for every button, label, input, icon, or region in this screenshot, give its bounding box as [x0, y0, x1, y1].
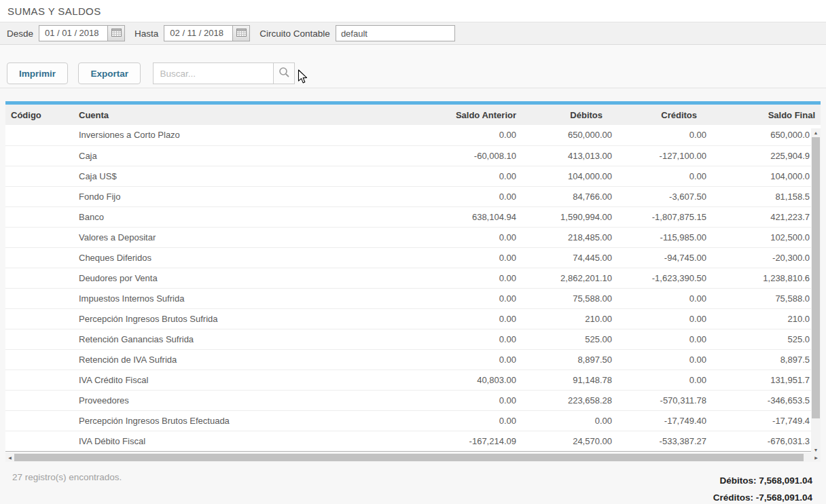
cell-cuenta: Retención Ganancias Sufrida — [73, 329, 408, 349]
desde-date-value[interactable]: 01 / 01 / 2018 — [39, 26, 107, 41]
imprimir-button[interactable]: Imprimir — [7, 62, 68, 84]
cell-codigo — [5, 431, 73, 451]
table-row[interactable]: Impuestos Internos Sufrida 0.00 75,588.0… — [5, 288, 821, 308]
cell-saldo-final: 102,500.0 — [713, 227, 821, 247]
desde-calendar-button[interactable] — [107, 26, 124, 41]
cell-saldo-anterior: 40,803.00 — [408, 370, 523, 390]
scroll-left-button[interactable]: ◀ — [5, 453, 14, 462]
column-header-saldo-final[interactable]: Saldo Final — [713, 105, 821, 125]
cell-codigo — [5, 329, 73, 349]
horizontal-scrollbar[interactable]: ◀ ▶ — [5, 453, 821, 462]
cell-codigo — [5, 125, 73, 145]
table-header: Código Cuenta Saldo Anterior Débitos Cré… — [5, 105, 821, 125]
cell-saldo-anterior: 0.00 — [408, 247, 523, 268]
table-row[interactable]: IVA Débito Fiscal -167,214.09 24,570.00 … — [5, 431, 821, 451]
search-group — [153, 62, 295, 84]
cell-saldo-final: 75,588.0 — [713, 288, 821, 308]
cell-saldo-final: 81,158.5 — [713, 186, 821, 206]
cell-debitos: 24,570.00 — [523, 431, 619, 451]
cell-creditos: -1,623,390.50 — [619, 268, 713, 288]
cell-creditos: -94,745.00 — [619, 247, 713, 268]
cell-saldo-anterior: 0.00 — [408, 390, 523, 410]
cell-cuenta: IVA Débito Fiscal — [73, 431, 408, 451]
column-header-debitos[interactable]: Débitos — [523, 105, 619, 125]
cell-codigo — [5, 166, 73, 186]
table-row[interactable]: Percepción Ingresos Brutos Efectuada 0.0… — [5, 410, 821, 431]
cell-saldo-anterior: 0.00 — [408, 349, 523, 370]
cell-creditos: 0.00 — [619, 288, 713, 308]
table-row[interactable]: Deudores por Venta 0.00 2,862,201.10 -1,… — [5, 268, 821, 288]
scroll-down-button[interactable]: ▼ — [811, 446, 821, 454]
cell-cuenta: Valores a Depositar — [73, 227, 408, 247]
table-row[interactable]: Fondo Fijo 0.00 84,766.00 -3,607.50 81,1… — [5, 186, 821, 206]
search-button[interactable] — [273, 62, 295, 84]
cell-saldo-final: -676,031.3 — [713, 431, 821, 451]
scroll-up-button[interactable]: ▲ — [811, 128, 821, 137]
cell-debitos: 1,590,994.00 — [523, 206, 619, 227]
cell-debitos: 223,658.28 — [523, 390, 619, 410]
circuito-contable-input[interactable] — [336, 25, 455, 41]
cell-creditos: -533,387.27 — [619, 431, 713, 451]
circuito-contable-label: Circuito Contable — [259, 29, 330, 39]
vertical-scrollbar[interactable]: ▲ ▼ — [811, 128, 821, 454]
cell-codigo — [5, 247, 73, 268]
cell-saldo-anterior: 0.00 — [408, 186, 523, 206]
exportar-button[interactable]: Exportar — [78, 62, 141, 84]
table-row[interactable]: IVA Crédito Fiscal 40,803.00 91,148.78 0… — [5, 370, 821, 390]
cell-creditos: -1,807,875.15 — [619, 206, 713, 227]
cell-codigo — [5, 227, 73, 247]
column-header-cuenta[interactable]: Cuenta — [73, 105, 408, 125]
column-header-saldo-anterior[interactable]: Saldo Anterior — [408, 105, 523, 125]
vertical-scrollbar-thumb[interactable] — [812, 137, 820, 418]
cell-saldo-final: 421,223.7 — [713, 206, 821, 227]
cell-creditos: -570,311.78 — [619, 390, 713, 410]
desde-label: Desde — [7, 29, 33, 39]
cell-creditos: 0.00 — [619, 370, 713, 390]
hasta-date-input[interactable]: 02 / 11 / 2018 — [164, 25, 250, 41]
table-row[interactable]: Retención Ganancias Sufrida 0.00 525.00 … — [5, 329, 821, 349]
table-row[interactable]: Inversiones a Corto Plazo 0.00 650,000.0… — [5, 125, 821, 145]
calendar-icon — [236, 28, 247, 39]
triangle-right-icon: ▶ — [814, 455, 818, 460]
cell-debitos: 2,862,201.10 — [523, 268, 619, 288]
cell-saldo-anterior: 0.00 — [408, 308, 523, 329]
cell-cuenta: Retención de IVA Sufrida — [73, 349, 408, 370]
cell-saldo-final: 131,951.7 — [713, 370, 821, 390]
table-row[interactable]: Retención de IVA Sufrida 0.00 8,897.50 0… — [5, 349, 821, 370]
cell-creditos: 0.00 — [619, 166, 713, 186]
search-input[interactable] — [153, 62, 274, 84]
cell-cuenta: Impuestos Internos Sufrida — [73, 288, 408, 308]
table-row[interactable]: Caja -60,008.10 413,013.00 -127,100.00 2… — [5, 145, 821, 166]
cell-creditos: -127,100.00 — [619, 145, 713, 166]
debitos-total: Débitos: 7,568,091.04 — [713, 472, 812, 489]
cell-cuenta: Cheques Diferidos — [73, 247, 408, 268]
table-row[interactable]: Caja US$ 0.00 104,000.00 0.00 104,000.0 — [5, 166, 821, 186]
column-header-creditos[interactable]: Créditos — [619, 105, 713, 125]
cell-cuenta: Banco — [73, 206, 408, 227]
table-footer: 27 registro(s) encontrados. Débitos: 7,5… — [5, 462, 821, 504]
cell-creditos: -115,985.00 — [619, 227, 713, 247]
title-bar: SUMAS Y SALDOS — [0, 0, 826, 22]
hasta-date-value[interactable]: 02 / 11 / 2018 — [164, 26, 232, 41]
page-title: SUMAS Y SALDOS — [7, 5, 101, 17]
table-row[interactable]: Cheques Diferidos 0.00 74,445.00 -94,745… — [5, 247, 821, 268]
column-header-codigo[interactable]: Código — [5, 105, 73, 125]
table-row[interactable]: Valores a Depositar 0.00 218,485.00 -115… — [5, 227, 821, 247]
table-row[interactable]: Proveedores 0.00 223,658.28 -570,311.78 … — [5, 390, 821, 410]
cell-debitos: 75,588.00 — [523, 288, 619, 308]
cell-saldo-anterior: 0.00 — [408, 288, 523, 308]
balance-table: Código Cuenta Saldo Anterior Débitos Cré… — [5, 101, 821, 452]
cell-saldo-anterior: -167,214.09 — [408, 431, 523, 451]
hasta-label: Hasta — [134, 29, 158, 39]
desde-date-input[interactable]: 01 / 01 / 2018 — [39, 25, 125, 41]
table-row[interactable]: Banco 638,104.94 1,590,994.00 -1,807,875… — [5, 206, 821, 227]
cell-saldo-final: -346,653.5 — [713, 390, 821, 410]
table-row[interactable]: Percepción Ingresos Brutos Sufrida 0.00 … — [5, 308, 821, 329]
cell-codigo — [5, 349, 73, 370]
cell-creditos: -3,607.50 — [619, 186, 713, 206]
hasta-calendar-button[interactable] — [232, 26, 249, 41]
cell-saldo-final: -17,749.4 — [713, 410, 821, 431]
totals: Débitos: 7,568,091.04 Créditos: -7,568,0… — [713, 472, 812, 504]
calendar-icon — [111, 28, 122, 39]
horizontal-scrollbar-thumb[interactable] — [14, 454, 804, 461]
